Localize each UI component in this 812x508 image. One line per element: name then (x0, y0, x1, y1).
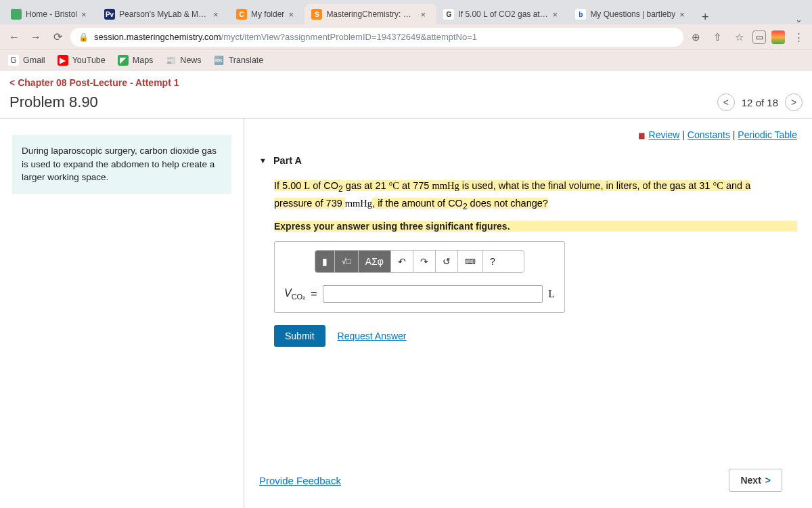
answer-instruction: Express your answer using three signific… (274, 221, 797, 232)
greek-tool-button[interactable]: ΑΣφ (359, 251, 391, 272)
tab-close-icon[interactable]: × (420, 9, 430, 20)
tab-title: Home - Bristol (26, 9, 77, 19)
bookmark-label: Gmail (23, 56, 45, 65)
template-tool-button[interactable]: ▮ (315, 251, 335, 272)
forward-button[interactable]: → (27, 28, 45, 46)
chevron-left-icon: < (9, 77, 15, 88)
zoom-icon[interactable]: ⊕ (687, 31, 704, 43)
new-tab-button[interactable]: + (696, 10, 715, 24)
periodic-table-link[interactable]: Periodic Table (738, 129, 797, 140)
answer-variable: VCO₂ (284, 287, 305, 301)
constants-link[interactable]: Constants (687, 129, 730, 140)
reset-button[interactable]: ↺ (436, 251, 458, 272)
review-icon: ▮▮ (638, 131, 644, 140)
browser-tab[interactable]: bMy Questions | bartleby× (568, 4, 696, 24)
problem-title: Problem 8.90 (9, 93, 98, 111)
bookmark-label: Maps (133, 56, 154, 65)
tab-title: MasteringChemistry: Chapt (326, 9, 416, 19)
review-link[interactable]: Review (649, 129, 680, 140)
tab-close-icon[interactable]: × (552, 9, 562, 20)
bookmark-label: News (180, 56, 201, 65)
address-bar[interactable]: 🔒 session.masteringchemistry.com/myct/it… (70, 28, 683, 47)
equals-sign: = (311, 288, 317, 300)
kebab-menu-icon[interactable]: ⋮ (790, 31, 807, 43)
reload-button[interactable]: ⟳ (49, 28, 66, 46)
browser-tab[interactable]: CMy folder× (229, 4, 304, 24)
chevron-right-icon: > (765, 475, 771, 486)
bookmark-label: YouTube (72, 56, 106, 65)
tab-favicon: Pv (104, 9, 115, 20)
redo-button[interactable]: ↷ (413, 251, 436, 272)
question-text: If 5.00 L of CO2 gas at 21 °C at 775 mmH… (274, 178, 761, 213)
bookmark-item[interactable]: ◤Maps (118, 55, 154, 66)
share-icon[interactable]: ⇧ (709, 31, 725, 43)
next-button[interactable]: Next> (729, 469, 782, 492)
next-problem-button[interactable]: > (785, 93, 803, 111)
tab-close-icon[interactable]: × (81, 9, 91, 20)
tab-favicon: C (236, 9, 247, 20)
bookmark-favicon: ▶ (58, 55, 68, 66)
bookmark-favicon: G (8, 55, 19, 66)
bookmark-favicon: 🔤 (214, 55, 225, 66)
problem-stem-panel: During laparoscopic surgery, carbon diox… (0, 119, 244, 508)
tab-close-icon[interactable]: × (213, 9, 223, 20)
prev-problem-button[interactable]: < (717, 93, 735, 111)
tab-close-icon[interactable]: × (679, 9, 689, 20)
tab-title: If 5.00 L of CO2 gas at 21 (458, 9, 548, 19)
reference-links: ▮▮ Review | Constants | Periodic Table (259, 129, 797, 140)
tab-favicon: G (443, 9, 454, 20)
tab-title: Pearson's MyLab & Masteri (119, 9, 209, 19)
bookmark-label: Translate (229, 56, 264, 65)
collapse-triangle-icon: ▼ (259, 156, 267, 165)
answer-input[interactable] (323, 285, 543, 303)
answer-unit: L (548, 288, 555, 300)
undo-button[interactable]: ↶ (391, 251, 413, 272)
bookmark-item[interactable]: 📰News (165, 55, 201, 66)
browser-tabstrip: Home - Bristol×PvPearson's MyLab & Maste… (0, 0, 812, 24)
tab-title: My Questions | bartleby (590, 9, 675, 19)
bookmark-favicon: ◤ (118, 55, 129, 66)
submit-button[interactable]: Submit (274, 325, 325, 347)
url-text: session.masteringchemistry.com/myct/item… (94, 32, 675, 42)
tabs-overflow-icon[interactable]: ⌄ (790, 14, 808, 24)
back-button[interactable]: ← (5, 28, 23, 46)
tab-favicon: b (575, 9, 586, 20)
lock-icon: 🔒 (78, 33, 89, 42)
bookmarks-bar: GGmail▶YouTube◤Maps📰News🔤Translate (0, 50, 812, 70)
tab-favicon (11, 9, 22, 20)
problem-stem: During laparoscopic surgery, carbon diox… (12, 135, 231, 194)
extension-icon-2[interactable] (771, 30, 785, 44)
bookmark-item[interactable]: GGmail (8, 55, 45, 66)
problem-work-area: ▮▮ Review | Constants | Periodic Table ▼… (244, 119, 812, 508)
bookmark-item[interactable]: ▶YouTube (58, 55, 106, 66)
part-label: Part A (273, 155, 302, 166)
extension-icon[interactable]: ▭ (752, 30, 766, 44)
pager-text: 12 of 18 (742, 97, 778, 108)
answer-box: ▮ √□ ΑΣφ ↶ ↷ ↺ ⌨ ? VCO₂ = L (274, 241, 565, 313)
browser-tab[interactable]: PvPearson's MyLab & Masteri× (97, 4, 229, 24)
bookmark-item[interactable]: 🔤Translate (214, 55, 264, 66)
browser-tab[interactable]: SMasteringChemistry: Chapt× (304, 4, 436, 24)
provide-feedback-link[interactable]: Provide Feedback (259, 475, 341, 486)
browser-tab[interactable]: Home - Bristol× (4, 4, 97, 24)
tab-favicon: S (311, 9, 322, 20)
problem-pager: < 12 of 18 > (717, 93, 803, 111)
request-answer-link[interactable]: Request Answer (338, 331, 407, 341)
bookmark-favicon: 📰 (165, 55, 176, 66)
breadcrumb[interactable]: <Chapter 08 Post-Lecture - Attempt 1 (0, 70, 812, 89)
tab-title: My folder (251, 9, 284, 19)
browser-toolbar: ← → ⟳ 🔒 session.masteringchemistry.com/m… (0, 24, 812, 50)
keyboard-button[interactable]: ⌨ (458, 251, 483, 272)
tab-close-icon[interactable]: × (288, 9, 298, 20)
equation-toolbar: ▮ √□ ΑΣφ ↶ ↷ ↺ ⌨ ? (315, 250, 524, 273)
radical-tool-button[interactable]: √□ (335, 251, 359, 272)
page-content: <Chapter 08 Post-Lecture - Attempt 1 Pro… (0, 70, 812, 508)
help-button[interactable]: ? (483, 251, 502, 272)
part-header[interactable]: ▼ Part A (259, 155, 797, 166)
browser-tab[interactable]: GIf 5.00 L of CO2 gas at 21× (436, 4, 568, 24)
bookmark-star-icon[interactable]: ☆ (731, 31, 747, 43)
